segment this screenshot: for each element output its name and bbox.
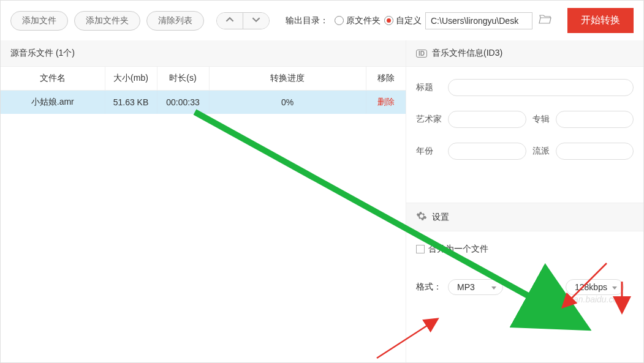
output-path-input[interactable] bbox=[425, 12, 532, 29]
title-input[interactable] bbox=[448, 79, 634, 96]
source-table: 文件名 大小(mb) 时长(s) 转换进度 移除 小姑娘.amr 51.63 K… bbox=[1, 67, 406, 114]
format-row: 格式： MP3 质量： 128kbps bbox=[416, 279, 634, 295]
settings-body: 合并为一个文件 格式： MP3 质量： 128kbps jingyan.baid… bbox=[406, 231, 643, 307]
chevron-up-icon bbox=[225, 15, 234, 26]
format-value: MP3 bbox=[457, 282, 475, 292]
delete-row-link[interactable]: 删除 bbox=[377, 97, 395, 107]
output-section: 输出目录： 原文件夹 自定义 bbox=[286, 12, 552, 29]
radio-original-label: 原文件夹 bbox=[346, 15, 381, 26]
col-duration: 时长(s) bbox=[157, 67, 209, 91]
id-icon: ID bbox=[416, 50, 427, 58]
artist-label: 艺术家 bbox=[416, 114, 442, 125]
merge-label: 合并为一个文件 bbox=[428, 244, 488, 255]
move-up-button[interactable] bbox=[217, 13, 243, 29]
source-panel-header: 源音乐文件 (1个) bbox=[1, 40, 406, 67]
settings-title: 设置 bbox=[432, 212, 449, 223]
info-panel-title: 音乐文件信息(ID3) bbox=[432, 48, 502, 59]
id3-fields: 标题 艺术家 专辑 年份 流派 bbox=[406, 67, 643, 172]
browse-folder-icon[interactable] bbox=[539, 13, 552, 28]
move-down-button[interactable] bbox=[243, 13, 269, 29]
source-panel-title: 源音乐文件 (1个) bbox=[10, 48, 75, 59]
info-panel-header: ID 音乐文件信息(ID3) bbox=[406, 40, 643, 67]
quality-label: 质量： bbox=[534, 282, 559, 293]
start-convert-button[interactable]: 开始转换 bbox=[567, 8, 634, 33]
clear-list-button[interactable]: 清除列表 bbox=[146, 11, 204, 31]
add-file-button[interactable]: 添加文件 bbox=[10, 11, 68, 31]
radio-icon bbox=[335, 16, 344, 25]
year-input[interactable] bbox=[448, 143, 526, 160]
cell-duration: 00:00:33 bbox=[157, 91, 209, 114]
add-folder-button[interactable]: 添加文件夹 bbox=[74, 11, 140, 31]
artist-input[interactable] bbox=[448, 111, 526, 128]
settings-header: 设置 bbox=[406, 203, 643, 231]
watermark: jingyan.baidu.com bbox=[556, 294, 625, 304]
genre-input[interactable] bbox=[556, 143, 634, 160]
radio-custom-label: 自定义 bbox=[396, 15, 422, 26]
output-dir-label: 输出目录： bbox=[286, 15, 328, 26]
table-row[interactable]: 小姑娘.amr 51.63 KB 00:00:33 0% 删除 bbox=[1, 91, 406, 114]
merge-checkbox-wrap[interactable]: 合并为一个文件 bbox=[416, 244, 634, 255]
checkbox-icon bbox=[416, 245, 425, 253]
toolbar: 添加文件 添加文件夹 清除列表 输出目录： 原文件夹 自定义 开始转换 bbox=[1, 1, 643, 40]
radio-icon bbox=[384, 16, 393, 25]
col-progress: 转换进度 bbox=[209, 67, 366, 91]
reorder-arrows bbox=[216, 12, 270, 29]
quality-value: 128kbps bbox=[575, 282, 607, 292]
album-label: 专辑 bbox=[532, 114, 550, 125]
genre-label: 流派 bbox=[532, 146, 550, 157]
year-label: 年份 bbox=[416, 146, 442, 157]
main-area: 源音乐文件 (1个) 文件名 大小(mb) 时长(s) 转换进度 移除 小姑娘.… bbox=[1, 40, 643, 363]
gear-icon bbox=[416, 211, 427, 223]
cell-filename: 小姑娘.amr bbox=[1, 91, 105, 114]
radio-original-folder[interactable]: 原文件夹 bbox=[335, 15, 381, 26]
col-remove: 移除 bbox=[366, 67, 406, 91]
quality-dropdown[interactable]: 128kbps bbox=[566, 279, 624, 295]
title-label: 标题 bbox=[416, 82, 442, 93]
source-panel: 源音乐文件 (1个) 文件名 大小(mb) 时长(s) 转换进度 移除 小姑娘.… bbox=[1, 40, 406, 363]
format-label: 格式： bbox=[416, 282, 442, 293]
album-input[interactable] bbox=[556, 111, 634, 128]
col-size: 大小(mb) bbox=[105, 67, 157, 91]
format-dropdown[interactable]: MP3 bbox=[448, 279, 503, 295]
cell-progress: 0% bbox=[209, 91, 366, 114]
cell-size: 51.63 KB bbox=[105, 91, 157, 114]
radio-custom-folder[interactable]: 自定义 bbox=[384, 15, 422, 26]
col-filename: 文件名 bbox=[1, 67, 105, 91]
chevron-down-icon bbox=[252, 15, 260, 26]
right-panel: ID 音乐文件信息(ID3) 标题 艺术家 专辑 年份 流派 设置 合并为一个文… bbox=[406, 40, 643, 363]
